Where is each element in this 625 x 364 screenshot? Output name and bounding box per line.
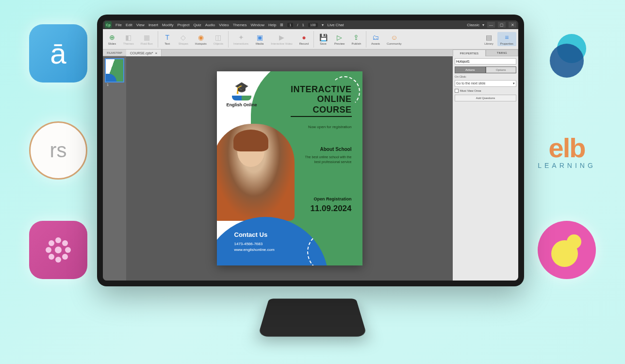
menu-themes[interactable]: Themes — [233, 23, 247, 27]
video-icon: ▶ — [277, 33, 286, 42]
minimize-button[interactable]: — — [487, 22, 495, 28]
registration-heading: Open Registration — [313, 197, 351, 201]
community-button[interactable]: ☺Community — [384, 32, 404, 46]
slide-canvas[interactable]: 🎓 English Online INTERACTIVE ONLINE COUR… — [217, 71, 362, 265]
menu-video[interactable]: Video — [219, 23, 229, 27]
shapes-icon: ◇ — [179, 33, 188, 42]
assets-button[interactable]: 🗂Assets — [368, 32, 383, 46]
monitor-stand — [258, 298, 367, 336]
filmstrip-panel: FILMSTRIP 1 — [103, 50, 126, 281]
menu-audio[interactable]: Audio — [205, 23, 215, 27]
record-button[interactable]: ●Record — [296, 32, 312, 46]
record-icon: ● — [299, 33, 308, 42]
zoom-field[interactable]: 100 — [308, 23, 318, 27]
svg-point-2 — [55, 257, 61, 263]
media-icon: ▣ — [255, 33, 264, 42]
slides-button[interactable]: ⊕Slides — [105, 32, 119, 46]
options-subtab[interactable]: Options — [486, 66, 517, 73]
media-button[interactable]: ▣Media — [252, 32, 267, 46]
checkbox-icon — [455, 89, 459, 93]
interactions-icon: ✦ — [237, 33, 246, 42]
text-button[interactable]: TText — [160, 32, 175, 46]
about-heading: About School — [320, 147, 352, 152]
tab-properties[interactable]: PROPERTIES — [453, 50, 486, 56]
workspace: FILMSTRIP 1 COURSE.cptx* × — [103, 50, 518, 281]
menu-window[interactable]: Window — [251, 23, 264, 27]
themes-icon: ◧ — [124, 33, 133, 42]
tab-timing[interactable]: TIMING — [486, 50, 519, 56]
close-tab-icon[interactable]: × — [155, 51, 157, 55]
preview-button[interactable]: ▷Preview — [331, 32, 347, 46]
brand-text: English Online — [227, 102, 257, 107]
slash-label: / — [297, 23, 298, 27]
thumbnail-number: 1 — [107, 83, 109, 86]
object-name-input[interactable] — [455, 58, 516, 65]
slide-logo: 🎓 English Online — [227, 81, 257, 107]
slide-index-field[interactable]: 1 — [287, 23, 293, 27]
publish-button[interactable]: ⇪Publish — [348, 32, 364, 46]
book-icon — [232, 96, 251, 100]
properties-button[interactable]: ≡Properties — [497, 32, 516, 46]
graduation-cap-icon: 🎓 — [227, 81, 257, 95]
brand-elb-icon: elbLEARNING — [528, 121, 606, 180]
filmstrip-header: FILMSTRIP — [103, 50, 126, 56]
app-logo: Cp — [105, 21, 112, 28]
brand-rs-icon: rs — [29, 121, 87, 180]
layout-icon[interactable]: ⊞ — [280, 23, 283, 27]
must-view-checkbox[interactable]: Must View Once — [455, 89, 516, 93]
themes-button[interactable]: ◧Themes — [120, 32, 137, 46]
library-button[interactable]: ▤Library — [481, 32, 496, 46]
toolbar: ⊕Slides ◧Themes ▦Fluid Box TText ◇Shapes… — [103, 29, 518, 50]
workspace-mode[interactable]: Classic — [467, 23, 479, 27]
menubar: Cp File Edit View Insert Modify Project … — [103, 20, 518, 29]
menu-file[interactable]: File — [115, 23, 122, 27]
brand-shapes-icon — [538, 221, 596, 279]
svg-point-6 — [62, 240, 68, 246]
add-questions-button[interactable]: Add Questions — [455, 95, 516, 101]
save-button[interactable]: 💾Save — [316, 32, 330, 46]
slide-photo — [217, 124, 295, 221]
community-icon: ☺ — [390, 33, 398, 42]
registration-date: 11.09.2024 — [310, 204, 351, 214]
document-tab[interactable]: COURSE.cptx* × — [126, 50, 162, 56]
menu-help[interactable]: Help — [268, 23, 276, 27]
slide-title: INTERACTIVE ONLINE COURSE — [291, 85, 352, 117]
maximize-button[interactable]: ▢ — [498, 22, 506, 28]
assets-icon: 🗂 — [371, 33, 380, 42]
on-click-select[interactable]: Go to the next slide ▾ — [455, 80, 516, 87]
menu-edit[interactable]: Edit — [126, 23, 132, 27]
fluid-box-button[interactable]: ▦Fluid Box — [138, 32, 156, 46]
svg-point-5 — [49, 240, 54, 246]
interactive-video-button[interactable]: ▶Interactive Video — [268, 32, 296, 46]
menu-project[interactable]: Project — [177, 23, 189, 27]
app-window: Cp File Edit View Insert Modify Project … — [103, 20, 518, 281]
shapes-button[interactable]: ◇Shapes — [176, 32, 191, 46]
menu-insert[interactable]: Insert — [148, 23, 158, 27]
menu-quiz[interactable]: Quiz — [193, 23, 201, 27]
objects-button[interactable]: ◫Objects — [211, 32, 226, 46]
publish-icon: ⇪ — [352, 33, 361, 42]
monitor: Cp File Edit View Insert Modify Project … — [97, 15, 524, 286]
svg-point-7 — [49, 254, 54, 260]
slide-thumbnail[interactable]: 1 — [105, 58, 124, 83]
svg-point-4 — [65, 247, 71, 253]
canvas-viewport[interactable]: 🎓 English Online INTERACTIVE ONLINE COUR… — [126, 56, 453, 281]
workspace-dropdown-icon[interactable]: ▾ — [482, 23, 484, 27]
save-icon: 💾 — [319, 33, 328, 42]
menu-view[interactable]: View — [136, 23, 145, 27]
brand-burst-icon — [29, 221, 87, 279]
svg-point-3 — [46, 247, 51, 253]
hotspots-button[interactable]: ◉Hotspots — [192, 32, 210, 46]
actions-subtab[interactable]: Actions — [455, 66, 486, 73]
about-text: The best online school with the best pro… — [303, 155, 352, 165]
zoom-dropdown-icon[interactable]: ▾ — [322, 23, 324, 27]
live-chat-link[interactable]: Live Chat — [328, 23, 344, 27]
text-icon: T — [163, 33, 172, 42]
document-tab-label: COURSE.cptx* — [130, 51, 153, 55]
slide-subtitle: Now open for registration — [308, 125, 351, 129]
objects-icon: ◫ — [214, 33, 223, 42]
close-button[interactable]: ✕ — [509, 22, 516, 28]
menu-modify[interactable]: Modify — [162, 23, 174, 27]
contact-website: www.englishonline.com — [234, 248, 275, 252]
interactions-button[interactable]: ✦Interactions — [230, 32, 251, 46]
